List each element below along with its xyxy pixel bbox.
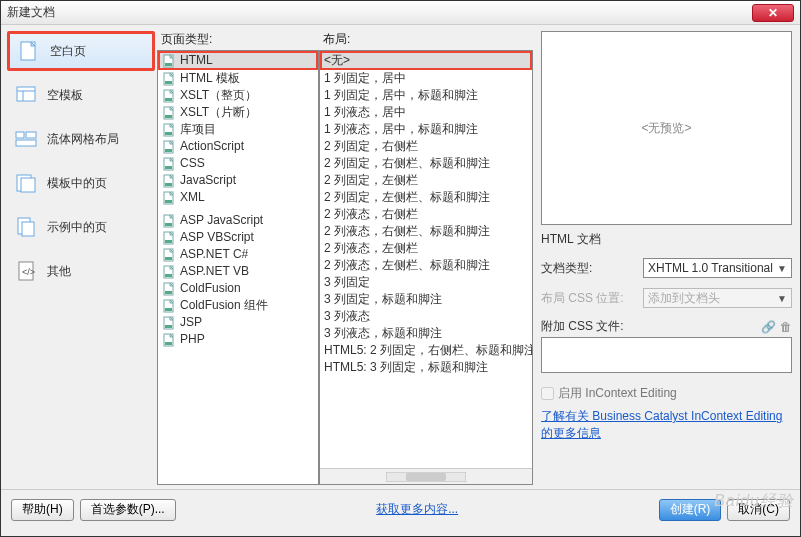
file-icon bbox=[162, 54, 176, 68]
page-type-item[interactable]: JSP bbox=[158, 314, 318, 331]
list-item-label: XSLT（整页） bbox=[180, 88, 257, 103]
sidebar-item-blank-page[interactable]: 空白页 bbox=[7, 31, 155, 71]
list-item-label: HTML5: 3 列固定，标题和脚注 bbox=[324, 360, 488, 375]
list-item-label: 3 列液态，标题和脚注 bbox=[324, 326, 442, 341]
list-item-label: 3 列固定 bbox=[324, 275, 370, 290]
layout-item[interactable]: HTML5: 2 列固定，右侧栏、标题和脚注 bbox=[320, 342, 532, 359]
remove-css-icon[interactable]: 🗑 bbox=[780, 320, 792, 334]
svg-rect-5 bbox=[26, 132, 36, 138]
page-from-sample-icon bbox=[13, 214, 39, 240]
svg-rect-6 bbox=[16, 140, 36, 146]
page-type-item[interactable]: ColdFusion 组件 bbox=[158, 297, 318, 314]
layout-item[interactable]: 1 列固定，居中，标题和脚注 bbox=[320, 87, 532, 104]
list-item-label: 1 列固定，居中，标题和脚注 bbox=[324, 88, 478, 103]
page-type-item[interactable]: XSLT（片断） bbox=[158, 104, 318, 121]
layout-item[interactable]: 1 列液态，居中，标题和脚注 bbox=[320, 121, 532, 138]
file-icon bbox=[162, 231, 176, 245]
layout-item[interactable]: 3 列液态 bbox=[320, 308, 532, 325]
svg-rect-18 bbox=[165, 98, 172, 101]
incontext-link[interactable]: 了解有关 Business Catalyst InContext Editing… bbox=[541, 409, 782, 440]
sidebar-item-page-from-template[interactable]: 模板中的页 bbox=[7, 163, 155, 203]
file-icon bbox=[162, 174, 176, 188]
page-type-item[interactable]: PHP bbox=[158, 331, 318, 348]
list-item-label: JSP bbox=[180, 315, 202, 330]
incontext-link-row: 了解有关 Business Catalyst InContext Editing… bbox=[541, 408, 792, 442]
layout-item[interactable]: 2 列液态，左侧栏、标题和脚注 bbox=[320, 257, 532, 274]
list-item-label: 1 列固定，居中 bbox=[324, 71, 406, 86]
page-type-item[interactable]: ColdFusion bbox=[158, 280, 318, 297]
sidebar-item-page-from-sample[interactable]: 示例中的页 bbox=[7, 207, 155, 247]
layout-item[interactable]: 2 列固定，右侧栏 bbox=[320, 138, 532, 155]
layout-item[interactable]: 2 列固定，右侧栏、标题和脚注 bbox=[320, 155, 532, 172]
list-item-label: HTML 模板 bbox=[180, 71, 240, 86]
layout-item[interactable]: <无> bbox=[320, 51, 532, 70]
doctype-row: 文档类型: XHTML 1.0 Transitional ▼ bbox=[541, 258, 792, 278]
preview-caption: HTML 文档 bbox=[541, 231, 792, 248]
page-type-item[interactable]: 库项目 bbox=[158, 121, 318, 138]
svg-text:</>: </> bbox=[22, 267, 35, 277]
sidebar-item-blank-template[interactable]: 空模板 bbox=[7, 75, 155, 115]
layout-item[interactable]: 2 列液态，右侧栏 bbox=[320, 206, 532, 223]
svg-rect-34 bbox=[165, 240, 172, 243]
page-type-item[interactable]: XML bbox=[158, 189, 318, 206]
page-type-item[interactable]: ASP VBScript bbox=[158, 229, 318, 246]
page-type-item[interactable]: ASP JavaScript bbox=[158, 212, 318, 229]
layout-item[interactable]: 3 列液态，标题和脚注 bbox=[320, 325, 532, 342]
sidebar-item-other[interactable]: </> 其他 bbox=[7, 251, 155, 291]
svg-rect-46 bbox=[165, 342, 172, 345]
page-type-item[interactable]: XSLT（整页） bbox=[158, 87, 318, 104]
file-icon bbox=[162, 191, 176, 205]
more-content-link[interactable]: 获取更多内容... bbox=[376, 501, 458, 518]
list-item-label: ASP.NET C# bbox=[180, 247, 248, 262]
file-icon bbox=[162, 123, 176, 137]
sidebar-item-fluid-grid[interactable]: 流体网格布局 bbox=[7, 119, 155, 159]
sidebar-item-label: 模板中的页 bbox=[47, 175, 107, 192]
layout-item[interactable]: 3 列固定，标题和脚注 bbox=[320, 291, 532, 308]
horizontal-scrollbar[interactable] bbox=[320, 468, 532, 484]
fluid-grid-icon bbox=[13, 126, 39, 152]
layout-item[interactable]: 2 列液态，右侧栏、标题和脚注 bbox=[320, 223, 532, 240]
page-type-item[interactable]: CSS bbox=[158, 155, 318, 172]
page-type-item[interactable]: JavaScript bbox=[158, 172, 318, 189]
page-type-item[interactable]: HTML 模板 bbox=[158, 70, 318, 87]
layout-item[interactable]: 1 列固定，居中 bbox=[320, 70, 532, 87]
list-item-label: HTML5: 2 列固定，右侧栏、标题和脚注 bbox=[324, 343, 533, 358]
layout-item[interactable]: 1 列液态，居中 bbox=[320, 104, 532, 121]
layouts-label: 布局: bbox=[319, 29, 533, 50]
svg-rect-48 bbox=[406, 473, 446, 481]
link-css-icon[interactable]: 🔗 bbox=[761, 320, 776, 334]
list-item-label: ActionScript bbox=[180, 139, 244, 154]
page-type-item[interactable]: HTML bbox=[158, 51, 318, 70]
svg-rect-28 bbox=[165, 183, 172, 186]
layouts-list[interactable]: <无>1 列固定，居中1 列固定，居中，标题和脚注1 列液态，居中1 列液态，居… bbox=[319, 50, 533, 485]
layout-item[interactable]: 3 列固定 bbox=[320, 274, 532, 291]
cancel-button[interactable]: 取消(C) bbox=[727, 499, 790, 521]
prefs-button[interactable]: 首选参数(P)... bbox=[80, 499, 176, 521]
svg-rect-26 bbox=[165, 166, 172, 169]
layout-item[interactable]: HTML5: 3 列固定，标题和脚注 bbox=[320, 359, 532, 376]
create-button[interactable]: 创建(R) bbox=[659, 499, 722, 521]
close-icon: ✕ bbox=[768, 6, 778, 20]
incontext-label: 启用 InContext Editing bbox=[558, 385, 677, 402]
csspos-row: 布局 CSS 位置: 添加到文档头 ▼ bbox=[541, 288, 792, 308]
list-item-label: ASP.NET VB bbox=[180, 264, 249, 279]
file-icon bbox=[162, 72, 176, 86]
doctype-select[interactable]: XHTML 1.0 Transitional ▼ bbox=[643, 258, 792, 278]
page-type-item[interactable]: ASP.NET C# bbox=[158, 246, 318, 263]
layout-item[interactable]: 2 列固定，左侧栏、标题和脚注 bbox=[320, 189, 532, 206]
attachcss-list[interactable] bbox=[541, 337, 792, 373]
close-button[interactable]: ✕ bbox=[752, 4, 794, 22]
page-type-item[interactable]: ASP.NET VB bbox=[158, 263, 318, 280]
svg-rect-42 bbox=[165, 308, 172, 311]
right-panel: <无预览> HTML 文档 文档类型: XHTML 1.0 Transition… bbox=[533, 29, 796, 485]
layout-item[interactable]: 2 列固定，左侧栏 bbox=[320, 172, 532, 189]
list-item-label: <无> bbox=[324, 53, 350, 68]
help-button[interactable]: 帮助(H) bbox=[11, 499, 74, 521]
other-icon: </> bbox=[13, 258, 39, 284]
list-item-label: JavaScript bbox=[180, 173, 236, 188]
svg-rect-38 bbox=[165, 274, 172, 277]
page-types-list[interactable]: HTMLHTML 模板XSLT（整页）XSLT（片断）库项目ActionScri… bbox=[157, 50, 319, 485]
layout-item[interactable]: 2 列液态，左侧栏 bbox=[320, 240, 532, 257]
page-type-item[interactable]: ActionScript bbox=[158, 138, 318, 155]
preview-box: <无预览> bbox=[541, 31, 792, 225]
